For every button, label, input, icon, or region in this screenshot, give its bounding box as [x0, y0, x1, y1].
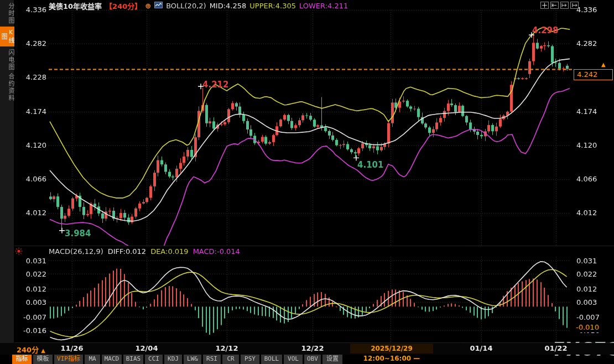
- macd-axis-left-label: 0.012: [18, 285, 46, 293]
- main-axis-right-label: 4.282: [576, 39, 597, 48]
- macd-axis-left-label: 0.031: [18, 257, 46, 265]
- toolbar-button-RSI[interactable]: RSI: [203, 355, 221, 364]
- macd-axis-left-label: 0.022: [18, 270, 46, 278]
- current-price-tag: 4.242: [574, 69, 613, 80]
- toolbar-button-PSY[interactable]: PSY: [241, 355, 259, 364]
- sidebar-tab-合约资料[interactable]: 合约资料: [0, 72, 14, 102]
- boll-indicator-label: BOLL(20,2): [166, 2, 206, 10]
- indicator-settings-icon[interactable]: [15, 247, 23, 257]
- macd-axis-left-label: -0.007: [18, 313, 46, 321]
- sidebar-tab-分时图[interactable]: 分时图: [0, 2, 14, 25]
- boll-lower-value: LOWER:4.211: [299, 2, 348, 10]
- time-axis: 240分▲ 2025/12/29 12:00~16:00 — 11/2612/0…: [0, 343, 614, 355]
- toolbar-button-KDJ[interactable]: KDJ: [164, 355, 182, 364]
- chart-tools: [540, 2, 580, 9]
- date-tick-label: 12/22: [301, 344, 324, 352]
- toolbar-button-MACD[interactable]: MACD: [102, 355, 122, 364]
- main-axis-left-label: 4.282: [18, 39, 46, 48]
- main-axis-left-label: 4.066: [18, 175, 46, 184]
- macd-axis-right-label: 0.012: [576, 285, 597, 293]
- timeframe-arrow-icon: ▲: [41, 347, 45, 353]
- main-axis-left-label: 4.174: [18, 107, 46, 116]
- macd-dea-value: DEA:0.019: [150, 247, 189, 256]
- chart-window: 分时图K线图闪电图合约资料 美债10年收益率 【240分】 ⊕ BOLL(20,…: [0, 0, 614, 364]
- swing-label: 4.298: [532, 25, 558, 35]
- main-axis-left-label: 4.120: [18, 141, 46, 150]
- macd-axis-right-label: 0.031: [576, 257, 597, 265]
- chart-title-bar: 美债10年收益率 【240分】 ⊕ BOLL(20,2) MID:4.258 U…: [49, 1, 351, 10]
- main-axis-left-label: 4.228: [18, 73, 46, 82]
- main-axis-right-label: 4.012: [576, 209, 597, 217]
- toolbar-button-BOLL[interactable]: BOLL: [261, 355, 282, 364]
- shift-right-icon[interactable]: [570, 2, 579, 9]
- toolbar-button-CCI[interactable]: CCI: [145, 355, 163, 364]
- toolbar-button-VIP指标[interactable]: VIP指标: [54, 355, 83, 364]
- period-label[interactable]: 【240分】: [105, 1, 142, 11]
- indicator-toolbar: 指标模板VIP指标MAMACDBIASCCIKDJLW&RSICRPSYBOLL…: [12, 355, 344, 364]
- add-indicator-icon[interactable]: ⊕: [145, 2, 151, 10]
- toolbar-button-MA[interactable]: MA: [85, 355, 100, 364]
- macd-header: MACD(26,12,9) DIFF:0.012 DEA:0.019 MACD:…: [49, 247, 244, 256]
- macd-axis-left-label: -0.016: [18, 326, 46, 335]
- boll-mid-value: MID:4.258: [210, 2, 247, 10]
- date-tick-label: 11/26: [61, 344, 84, 352]
- toolbar-button-模板[interactable]: 模板: [33, 355, 53, 364]
- crosshair-date-label: 2025/12/29 12:00~16:00 —: [350, 344, 433, 353]
- date-tick-label: 12/12: [216, 344, 238, 352]
- macd-value-tag: -0.010: [574, 323, 610, 332]
- toolbar-button-设置[interactable]: 设置: [322, 355, 342, 364]
- kline-macd-canvas[interactable]: [0, 0, 614, 364]
- macd-axis-left-label: 0.003: [18, 298, 46, 306]
- toolbar-button-CR[interactable]: CR: [222, 355, 239, 364]
- toolbar-button-LW&[interactable]: LW&: [184, 355, 201, 364]
- timeframe-label[interactable]: 240分▲: [17, 344, 45, 355]
- date-tick-label: 01/14: [470, 344, 493, 352]
- view-mode-sidebar: 分时图K线图闪电图合约资料: [0, 0, 14, 343]
- sidebar-tab-K线图[interactable]: K线图: [0, 27, 14, 46]
- mini-chart-icon[interactable]: [154, 2, 163, 10]
- zoom-out-icon[interactable]: [550, 2, 559, 9]
- macd-axis-right-label: 0.022: [576, 270, 597, 278]
- sidebar-tab-闪电图[interactable]: 闪电图: [0, 48, 14, 71]
- date-tick-label: 01/22: [545, 344, 568, 352]
- symbol-name: 美债10年收益率: [49, 1, 102, 11]
- boll-upper-value: UPPER:4.305: [249, 2, 296, 10]
- main-axis-left-label: 4.012: [18, 209, 46, 217]
- zoom-in-icon[interactable]: [560, 2, 569, 9]
- macd-axis-right-label: -0.007: [576, 313, 600, 321]
- main-axis-right-label: 4.174: [576, 107, 597, 116]
- macd-axis-right-label: 0.003: [576, 298, 597, 306]
- date-tick-label: 12/04: [136, 344, 158, 352]
- macd-indicator-label[interactable]: MACD(26,12,9): [49, 247, 103, 256]
- main-axis-right-label: 4.120: [576, 141, 597, 150]
- swing-label: 4.212: [202, 80, 228, 90]
- macd-diff-value: DIFF:0.012: [108, 247, 146, 256]
- swing-label: 4.101: [357, 160, 383, 170]
- macd-macd-value: MACD:-0.014: [193, 247, 240, 256]
- crosshair-icon[interactable]: [540, 2, 549, 9]
- toolbar-button-BIAS[interactable]: BIAS: [123, 355, 143, 364]
- toolbar-button-VOL[interactable]: VOL: [284, 355, 303, 364]
- swing-label: 3.984: [65, 228, 91, 238]
- main-axis-right-label: 4.066: [576, 175, 597, 184]
- price-up-arrow: ▲: [601, 61, 606, 67]
- toolbar-button-OBV[interactable]: OBV: [304, 355, 321, 364]
- main-axis-left-label: 4.336: [18, 6, 46, 14]
- toolbar-button-指标[interactable]: 指标: [12, 355, 32, 364]
